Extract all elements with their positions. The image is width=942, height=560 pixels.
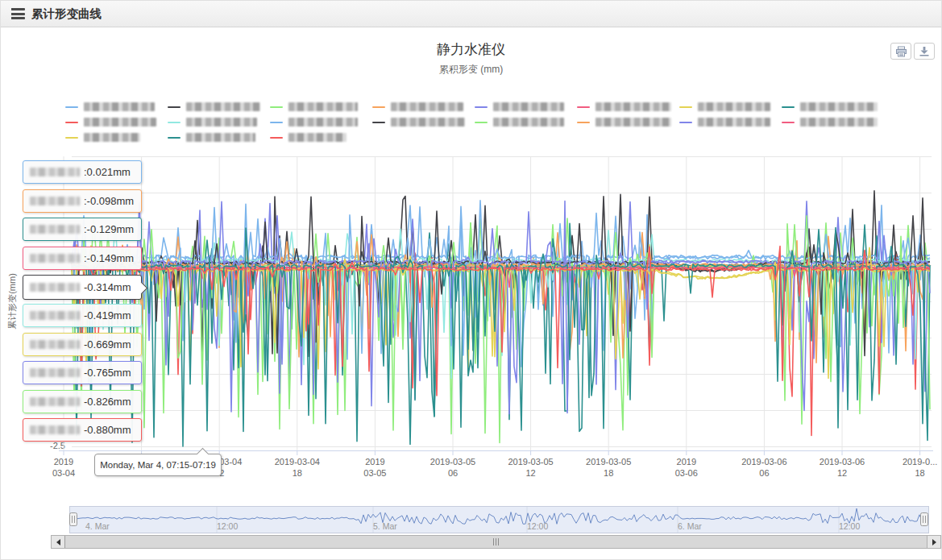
print-icon [895,46,907,57]
series-name-redacted [30,197,80,205]
legend-label-redacted [493,102,564,111]
scrollbar-left-arrow[interactable] [52,536,65,548]
chart-subtitle: 累积形变 (mm) [1,63,941,77]
chart-title: 静力水准仪 [1,40,941,59]
legend-label-redacted [288,118,358,127]
scrollbar-grip-icon [493,538,500,545]
tooltip-point: -0.765mm [23,361,142,384]
tooltip-point-focused: -0.314mm [23,275,142,300]
y-axis-title: 累计形变(mm) [6,245,18,358]
scrollbar-thumb[interactable] [64,536,927,548]
series-name-redacted [30,283,80,292]
tooltip-date-header: Monday, Mar 4, 07:15-07:19 [94,454,222,476]
legend-line-marker [372,122,385,123]
tooltip-value: :-0.098mm [84,195,134,207]
tooltip-value: -0.669mm [84,338,131,351]
deformation-chart-plot[interactable] [59,156,933,456]
panel-header: 累计形变曲线 [1,1,941,27]
x-axis-tick-label: 2019-03-0506 [409,456,497,479]
legend-item[interactable] [475,102,577,112]
tooltip-value: -0.765mm [84,367,131,379]
right-arrow-icon [932,539,936,545]
legend-line-marker [679,106,692,108]
tooltip-point: :0.021mm [23,160,142,184]
legend-item[interactable] [65,132,168,143]
legend-label-redacted [595,118,671,127]
legend-label-redacted [186,102,260,111]
legend-label-redacted [698,118,770,127]
legend-line-marker [782,122,795,123]
legend-item[interactable] [475,117,577,127]
x-axis-tick-label: 2019-03-0518 [564,456,653,479]
legend-item[interactable] [168,132,270,143]
legend-line-marker [65,122,78,123]
tooltip-point: -0.669mm [23,333,142,356]
tooltip-value: -0.314mm [84,281,131,293]
legend-label-redacted [391,118,465,127]
tooltip-point: -0.880mm [23,418,142,442]
tooltip-value: -0.880mm [84,424,131,436]
legend-label-redacted [288,133,347,142]
panel-title: 累计形变曲线 [31,1,102,27]
legend-item[interactable] [372,117,475,127]
tooltip-value: :-0.149mm [84,252,134,264]
legend-label-redacted [800,102,878,111]
legend-line-marker [577,122,590,123]
legend-item[interactable] [577,102,679,112]
legend-item[interactable] [782,117,884,127]
legend-item[interactable] [65,117,168,127]
legend-line-marker [475,122,488,123]
series-name-redacted [30,340,80,349]
x-axis-tick-label: 2019-03-0606 [720,456,808,479]
series-name-redacted [30,168,80,176]
series-name-redacted [30,225,80,234]
legend-label-redacted [84,118,156,127]
x-axis-tick-label: 201903-06 [642,456,731,479]
legend-item[interactable] [168,117,270,127]
legend-line-marker [270,106,283,108]
legend-line-marker [475,106,488,108]
tooltip-point: :-0.098mm [23,189,142,213]
scrollbar-right-arrow[interactable] [927,536,940,548]
legend-item[interactable] [270,102,372,112]
legend-label-redacted [288,102,358,111]
legend-label-redacted [186,133,255,142]
tooltip-value: -0.419mm [84,309,131,321]
navigator-left-handle[interactable] [70,513,77,526]
legend-item[interactable] [168,102,270,112]
legend-line-marker [270,137,283,139]
tooltip-point: -0.419mm [23,304,142,327]
legend-item[interactable] [270,117,372,127]
x-axis-tick-label: 2019-03-0612 [798,456,886,479]
legend-item[interactable] [270,132,372,143]
legend-item[interactable] [679,117,782,127]
legend-line-marker [168,137,181,139]
tooltip-point: :-0.129mm [23,218,142,241]
navigator-right-handle[interactable] [921,513,928,526]
legend-item[interactable] [372,102,475,112]
legend-line-marker [577,106,590,108]
legend-line-marker [270,122,283,123]
print-button[interactable] [890,43,911,60]
legend-line-marker [782,106,795,108]
navigator-label: 6. Mar [678,521,702,531]
download-icon [919,46,930,56]
legend-label-redacted [493,118,564,127]
legend [65,102,886,143]
legend-label-redacted [84,133,140,142]
legend-item[interactable] [679,102,782,112]
download-button[interactable] [914,43,935,60]
scrollbar[interactable] [51,535,941,549]
navigator[interactable]: 4. Mar12:005. Mar12:006. Mar12:00 [69,506,929,533]
list-icon [11,8,25,19]
tooltip-value: -0.826mm [84,396,131,408]
left-arrow-icon [56,539,60,545]
series-name-redacted [30,311,80,320]
navigator-label: 12:00 [527,521,548,531]
legend-item[interactable] [577,117,679,127]
legend-line-marker [168,122,181,123]
legend-item[interactable] [782,102,884,112]
legend-line-marker [65,106,78,108]
legend-item[interactable] [65,102,168,112]
series-name-redacted [30,425,80,434]
